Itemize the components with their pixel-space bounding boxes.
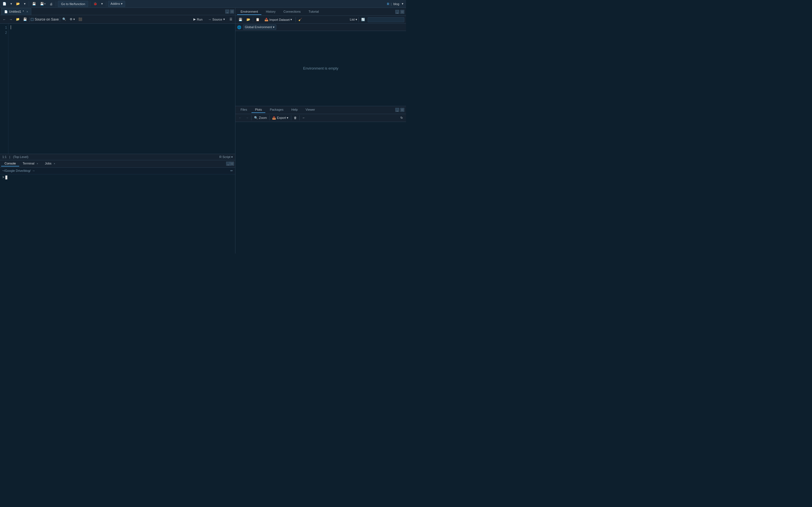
tab-packages[interactable]: Packages [266,107,287,113]
source-icon: → [208,18,211,21]
env-refresh-btn[interactable]: 🔄 [360,17,366,22]
cursor-position: 1:1 [2,155,6,159]
go-to-file-btn[interactable]: Go to file/function [58,1,88,7]
tab-history[interactable]: History [262,9,279,15]
plots-left-icon: ← [302,116,305,119]
source-btn[interactable]: → Source ▾ [206,17,227,22]
editor-save-btn[interactable]: 💾 [22,17,28,22]
editor-tab-label: Untitled1 [9,10,21,13]
tab-environment[interactable]: Environment [237,9,261,15]
console-maximize-btn[interactable]: □ [230,162,234,166]
plots-refresh-btn[interactable]: ↻ [399,115,404,120]
build-options-btn[interactable]: ▾ [100,1,104,6]
plots-left-btn[interactable]: ← [301,115,307,120]
export-arrow: ▾ [287,116,289,120]
terminal-close[interactable]: × [37,162,38,165]
plots-minimize-btn[interactable]: _ [395,108,399,112]
plots-forward-btn[interactable]: → [244,115,250,120]
list-view-btn[interactable]: List ▾ [350,18,357,21]
tab-help[interactable]: Help [288,107,301,113]
tab-console[interactable]: Console [1,161,19,166]
addins-btn[interactable]: Addins ▾ [108,1,125,7]
env-table-btn[interactable]: 📋 [254,17,261,22]
line-number-1: 1 [2,25,7,31]
env-search-input[interactable] [368,17,404,22]
editor-options-btn[interactable]: ☰ [229,17,234,22]
env-broom-btn[interactable]: 🧹 [297,17,304,22]
right-panel: Environment History Connections Tutorial… [236,8,406,253]
zoom-btn[interactable]: 🔍 Zoom [253,115,268,120]
editor-search-btn[interactable]: 🔍 [61,17,67,22]
import-arrow: ▾ [290,18,292,21]
console-cursor [5,175,7,179]
env-tab-bar: Environment History Connections Tutorial… [236,8,406,16]
delete-icon: 🗑 [294,116,297,119]
run-btn[interactable]: ▶ Run [191,17,205,22]
scope-indicator[interactable]: (Top Level) [13,155,28,159]
editor-tab-controls: _ □ [225,10,234,13]
source-on-save-label: Source on Save [35,17,59,21]
save-btn[interactable]: 💾 [31,1,38,6]
tab-viewer[interactable]: Viewer [302,107,318,113]
top-toolbar: 📄 ▾ 📂 ▾ 💾 💾+ 🖨 Go to file/function 🐞 ▾ A… [0,0,406,8]
source-label: Source [212,18,222,21]
console-path: ~/Google Drive/blog/ [2,169,31,172]
print-btn[interactable]: 🖨 [48,2,54,6]
import-icon: 📥 [264,18,268,21]
code-content[interactable] [8,24,235,154]
editor-stop-btn[interactable]: ⬛ [77,17,84,22]
plots-maximize-btn[interactable]: □ [400,108,404,112]
editor-code-tools-btn[interactable]: ⚙ ▾ [68,17,76,22]
debug-btn[interactable]: 🐞 [92,1,99,6]
editor-tab-close[interactable]: × [27,10,28,13]
console-content[interactable]: > [0,174,235,253]
env-minimize-btn[interactable]: _ [395,10,399,14]
plots-tab-bar: Files Plots Packages Help Viewer _ □ [236,106,406,114]
save-all-btn[interactable]: 💾+ [39,1,47,6]
console-path-icon[interactable]: → [32,169,35,172]
editor-minimize-btn[interactable]: _ [225,10,229,13]
source-on-save-checkbox[interactable] [31,18,34,21]
tab-terminal[interactable]: Terminal × [19,161,42,166]
jobs-close[interactable]: × [54,162,55,165]
editor-back-btn[interactable]: ← [2,17,7,22]
new-file-arrow-btn[interactable]: ▾ [9,1,13,6]
script-type[interactable]: R Script ▾ [219,155,233,159]
project-arrow-btn[interactable]: ▾ [400,1,405,6]
tab-tutorial[interactable]: Tutorial [305,9,322,15]
console-prompt: > [2,175,233,179]
editor-maximize-btn[interactable]: □ [230,10,234,13]
console-minimize-btn[interactable]: _ [226,162,230,166]
env-save-btn[interactable]: 💾 [237,17,244,22]
env-maximize-btn[interactable]: □ [400,10,404,14]
toolbar-sep-3 [90,1,90,6]
editor-forward-btn[interactable]: → [8,17,13,22]
open-recent-btn[interactable]: ▾ [22,1,27,6]
toolbar-sep-2 [56,1,56,6]
console-pane: Console Terminal × Jobs × _ □ ~/Google D… [0,160,235,253]
tab-connections[interactable]: Connections [280,9,304,15]
env-load-btn[interactable]: 📂 [245,17,252,22]
global-env-select[interactable]: Global Environment ▾ [243,24,276,30]
editor-tab-modified: * [22,10,24,13]
refresh-icon: ↻ [400,116,403,120]
line-numbers: 1 2 [0,24,8,154]
rstudio-logo: R [387,2,389,6]
tab-files[interactable]: Files [237,107,250,113]
plots-content [236,122,406,253]
editor-folder-btn[interactable]: 📁 [15,17,21,22]
import-dataset-btn[interactable]: 📥 Import Dataset ▾ [262,17,294,22]
editor-tab-untitled1[interactable]: 📄 Untitled1 * × [1,8,31,15]
left-panel: 📄 Untitled1 * × _ □ ← → 📁 💾 [0,8,236,253]
tab-jobs[interactable]: Jobs × [42,161,59,166]
open-file-btn[interactable]: 📂 [15,1,21,6]
clear-console-btn[interactable]: ✏ [231,169,233,173]
plots-pane: Files Plots Packages Help Viewer _ □ [236,106,406,253]
editor-cursor [11,25,11,29]
delete-plot-btn[interactable]: 🗑 [292,115,298,120]
plots-toolbar: ← → 🔍 Zoom 📤 Export ▾ 🗑 [236,114,406,122]
tab-plots[interactable]: Plots [252,107,265,113]
export-btn[interactable]: 📤 Export ▾ [271,115,290,120]
new-file-btn[interactable]: 📄 [1,1,8,6]
plots-back-btn[interactable]: ← [237,115,243,120]
